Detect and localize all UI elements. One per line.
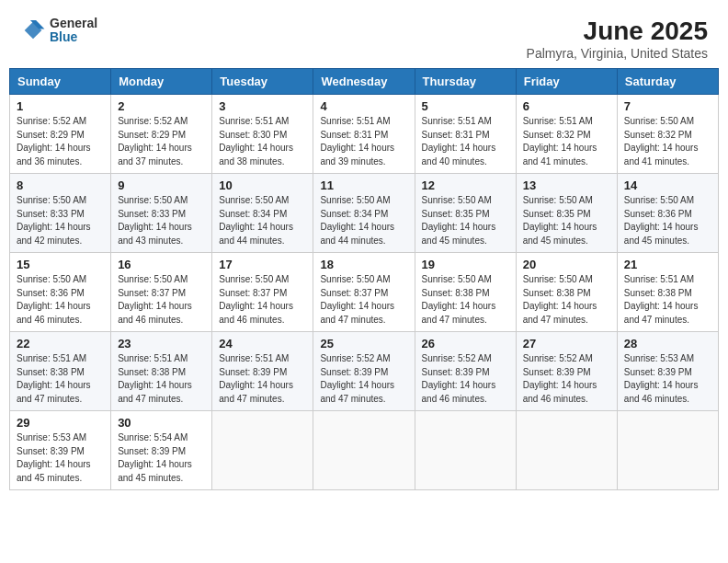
day-number: 9 — [118, 178, 205, 192]
day-info: Sunrise: 5:51 AMSunset: 8:38 PMDaylight:… — [624, 273, 711, 327]
day-number: 15 — [17, 258, 104, 271]
calendar-cell: 18Sunrise: 5:50 AMSunset: 8:37 PMDayligh… — [313, 253, 415, 332]
day-number: 11 — [320, 178, 407, 192]
calendar-cell: 15Sunrise: 5:50 AMSunset: 8:36 PMDayligh… — [10, 253, 111, 332]
calendar-cell: 27Sunrise: 5:52 AMSunset: 8:39 PMDayligh… — [516, 332, 617, 411]
day-info: Sunrise: 5:50 AMSunset: 8:37 PMDaylight:… — [320, 273, 407, 327]
dow-tuesday: Tuesday — [212, 69, 313, 95]
day-info: Sunrise: 5:51 AMSunset: 8:31 PMDaylight:… — [320, 115, 407, 168]
day-info: Sunrise: 5:53 AMSunset: 8:39 PMDaylight:… — [624, 352, 711, 406]
day-info: Sunrise: 5:51 AMSunset: 8:32 PMDaylight:… — [523, 115, 610, 168]
calendar-cell: 21Sunrise: 5:51 AMSunset: 8:38 PMDayligh… — [617, 253, 718, 332]
day-info: Sunrise: 5:50 AMSunset: 8:32 PMDaylight:… — [624, 115, 711, 168]
day-number: 29 — [17, 416, 104, 430]
day-info: Sunrise: 5:50 AMSunset: 8:36 PMDaylight:… — [624, 194, 711, 247]
calendar-cell: 2Sunrise: 5:52 AMSunset: 8:29 PMDaylight… — [111, 95, 212, 174]
day-info: Sunrise: 5:50 AMSunset: 8:35 PMDaylight:… — [422, 194, 509, 247]
day-number: 2 — [118, 99, 205, 113]
day-number: 12 — [422, 178, 509, 192]
day-info: Sunrise: 5:54 AMSunset: 8:39 PMDaylight:… — [118, 431, 205, 485]
day-info: Sunrise: 5:52 AMSunset: 8:39 PMDaylight:… — [523, 352, 610, 406]
dow-monday: Monday — [111, 69, 212, 95]
day-number: 4 — [320, 99, 407, 113]
calendar-cell: 11Sunrise: 5:50 AMSunset: 8:34 PMDayligh… — [313, 174, 415, 253]
days-of-week-header: SundayMondayTuesdayWednesdayThursdayFrid… — [10, 69, 719, 95]
calendar-week-3: 15Sunrise: 5:50 AMSunset: 8:36 PMDayligh… — [10, 253, 719, 332]
calendar-cell: 8Sunrise: 5:50 AMSunset: 8:33 PMDaylight… — [10, 174, 111, 253]
day-number: 25 — [320, 337, 407, 350]
calendar-cell: 4Sunrise: 5:51 AMSunset: 8:31 PMDaylight… — [313, 95, 415, 174]
day-info: Sunrise: 5:50 AMSunset: 8:34 PMDaylight:… — [219, 194, 306, 247]
day-info: Sunrise: 5:51 AMSunset: 8:30 PMDaylight:… — [219, 115, 306, 168]
calendar-cell: 10Sunrise: 5:50 AMSunset: 8:34 PMDayligh… — [212, 174, 313, 253]
page-header: General Blue June 2025 Palmyra, Virginia… — [9, 9, 719, 64]
calendar-cell: 30Sunrise: 5:54 AMSunset: 8:39 PMDayligh… — [111, 411, 212, 490]
day-number: 16 — [118, 258, 205, 271]
day-info: Sunrise: 5:50 AMSunset: 8:37 PMDaylight:… — [219, 273, 306, 327]
calendar-cell: 5Sunrise: 5:51 AMSunset: 8:31 PMDaylight… — [415, 95, 516, 174]
day-number: 22 — [17, 337, 104, 350]
calendar-cell: 3Sunrise: 5:51 AMSunset: 8:30 PMDaylight… — [212, 95, 313, 174]
calendar-cell: 17Sunrise: 5:50 AMSunset: 8:37 PMDayligh… — [212, 253, 313, 332]
day-info: Sunrise: 5:50 AMSunset: 8:38 PMDaylight:… — [523, 273, 610, 327]
day-number: 10 — [219, 178, 306, 192]
calendar-cell — [313, 411, 415, 490]
calendar-cell: 20Sunrise: 5:50 AMSunset: 8:38 PMDayligh… — [516, 253, 617, 332]
day-info: Sunrise: 5:51 AMSunset: 8:38 PMDaylight:… — [17, 352, 104, 406]
calendar-cell: 9Sunrise: 5:50 AMSunset: 8:33 PMDaylight… — [111, 174, 212, 253]
calendar-cell — [617, 411, 718, 490]
calendar-cell: 23Sunrise: 5:51 AMSunset: 8:38 PMDayligh… — [111, 332, 212, 411]
day-info: Sunrise: 5:53 AMSunset: 8:39 PMDaylight:… — [17, 431, 104, 485]
day-number: 27 — [523, 337, 610, 350]
dow-wednesday: Wednesday — [313, 69, 415, 95]
day-number: 30 — [118, 416, 205, 430]
day-info: Sunrise: 5:51 AMSunset: 8:38 PMDaylight:… — [118, 352, 205, 406]
calendar-cell: 1Sunrise: 5:52 AMSunset: 8:29 PMDaylight… — [10, 95, 111, 174]
day-number: 6 — [523, 99, 610, 113]
calendar-cell: 24Sunrise: 5:51 AMSunset: 8:39 PMDayligh… — [212, 332, 313, 411]
day-info: Sunrise: 5:52 AMSunset: 8:29 PMDaylight:… — [118, 115, 205, 168]
day-info: Sunrise: 5:51 AMSunset: 8:39 PMDaylight:… — [219, 352, 306, 406]
day-number: 26 — [422, 337, 509, 350]
calendar-cell: 25Sunrise: 5:52 AMSunset: 8:39 PMDayligh… — [313, 332, 415, 411]
calendar-cell — [212, 411, 313, 490]
calendar-cell: 26Sunrise: 5:52 AMSunset: 8:39 PMDayligh… — [415, 332, 516, 411]
calendar-cell: 28Sunrise: 5:53 AMSunset: 8:39 PMDayligh… — [617, 332, 718, 411]
day-number: 18 — [320, 258, 407, 271]
day-number: 1 — [17, 99, 104, 113]
logo: General Blue — [20, 17, 97, 45]
day-info: Sunrise: 5:52 AMSunset: 8:39 PMDaylight:… — [422, 352, 509, 406]
day-info: Sunrise: 5:50 AMSunset: 8:34 PMDaylight:… — [320, 194, 407, 247]
logo-icon — [20, 17, 46, 43]
day-info: Sunrise: 5:52 AMSunset: 8:39 PMDaylight:… — [320, 352, 407, 406]
dow-saturday: Saturday — [617, 69, 718, 95]
dow-friday: Friday — [516, 69, 617, 95]
calendar-week-4: 22Sunrise: 5:51 AMSunset: 8:38 PMDayligh… — [10, 332, 719, 411]
logo-blue-text: Blue — [50, 30, 97, 44]
calendar-cell: 7Sunrise: 5:50 AMSunset: 8:32 PMDaylight… — [617, 95, 718, 174]
day-info: Sunrise: 5:50 AMSunset: 8:33 PMDaylight:… — [118, 194, 205, 247]
day-info: Sunrise: 5:51 AMSunset: 8:31 PMDaylight:… — [422, 115, 509, 168]
day-number: 8 — [17, 178, 104, 192]
day-number: 20 — [523, 258, 610, 271]
calendar-cell: 13Sunrise: 5:50 AMSunset: 8:35 PMDayligh… — [516, 174, 617, 253]
day-number: 14 — [624, 178, 711, 192]
calendar-cell: 14Sunrise: 5:50 AMSunset: 8:36 PMDayligh… — [617, 174, 718, 253]
day-info: Sunrise: 5:50 AMSunset: 8:38 PMDaylight:… — [422, 273, 509, 327]
day-number: 23 — [118, 337, 205, 350]
calendar-week-2: 8Sunrise: 5:50 AMSunset: 8:33 PMDaylight… — [10, 174, 719, 253]
calendar-table: SundayMondayTuesdayWednesdayThursdayFrid… — [9, 68, 719, 490]
dow-sunday: Sunday — [10, 69, 111, 95]
day-number: 13 — [523, 178, 610, 192]
title-block: June 2025 Palmyra, Virginia, United Stat… — [527, 17, 708, 61]
day-number: 3 — [219, 99, 306, 113]
calendar-cell — [516, 411, 617, 490]
day-number: 19 — [422, 258, 509, 271]
day-info: Sunrise: 5:50 AMSunset: 8:35 PMDaylight:… — [523, 194, 610, 247]
day-info: Sunrise: 5:50 AMSunset: 8:33 PMDaylight:… — [17, 194, 104, 247]
day-info: Sunrise: 5:50 AMSunset: 8:37 PMDaylight:… — [118, 273, 205, 327]
calendar-cell — [415, 411, 516, 490]
logo-general-text: General — [50, 17, 97, 30]
day-number: 28 — [624, 337, 711, 350]
day-info: Sunrise: 5:52 AMSunset: 8:29 PMDaylight:… — [17, 115, 104, 168]
